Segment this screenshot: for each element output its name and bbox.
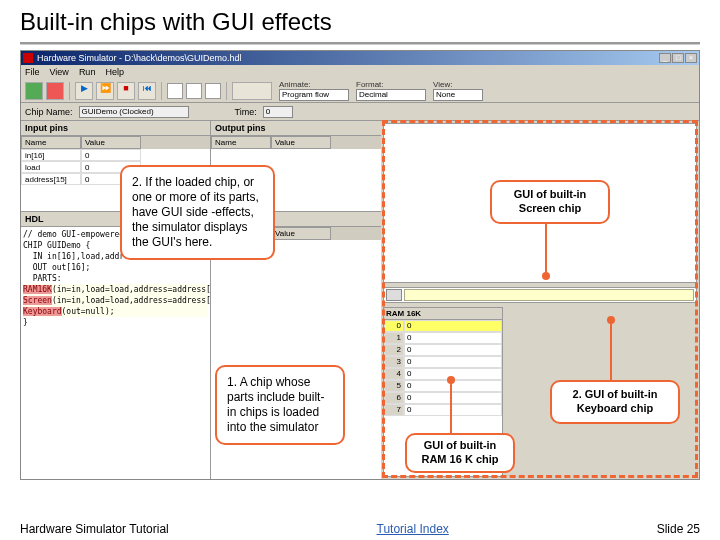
output-pins-grid-header: Name Value — [211, 136, 381, 149]
format-field: Format: Decimal — [356, 80, 426, 101]
input-pins-header: Input pins — [21, 121, 210, 136]
table-row: 30 — [384, 356, 502, 368]
table-row: 40 — [384, 368, 502, 380]
connector-line — [450, 380, 452, 435]
view-field: View: None — [433, 80, 483, 101]
chipname-row: Chip Name: GUIDemo (Clocked) Time: 0 — [21, 103, 699, 121]
callout-ram: GUI of built-in RAM 16 K chip — [405, 433, 515, 473]
footer-right: Slide 25 — [657, 522, 700, 536]
table-row: 50 — [384, 380, 502, 392]
time-input[interactable]: 0 — [263, 106, 293, 118]
menu-run[interactable]: Run — [79, 67, 96, 77]
format-select[interactable]: Decimal — [356, 89, 426, 101]
connector-line — [610, 320, 612, 380]
col-value: Value — [271, 136, 331, 149]
toolbar-button-2[interactable] — [46, 82, 64, 100]
toolbar-icon-3[interactable] — [205, 83, 221, 99]
col-name: Name — [211, 136, 271, 149]
menu-view[interactable]: View — [50, 67, 69, 77]
toolbar-button-1[interactable] — [25, 82, 43, 100]
toolbar-icon-2[interactable] — [186, 83, 202, 99]
menu-file[interactable]: File — [25, 67, 40, 77]
connector-dot — [447, 376, 455, 384]
input-pins-grid-header: Name Value — [21, 136, 210, 149]
keyboard-field[interactable] — [404, 289, 694, 301]
table-row: 10 — [384, 332, 502, 344]
chipname-input[interactable]: GUIDemo (Clocked) — [79, 106, 189, 118]
time-label: Time: — [235, 107, 257, 117]
maximize-button[interactable]: □ — [672, 53, 684, 63]
col-value: Value — [271, 227, 331, 240]
footer: Hardware Simulator Tutorial Tutorial Ind… — [20, 522, 700, 536]
col-name: Name — [21, 136, 81, 149]
menubar: File View Run Help — [21, 65, 699, 79]
toolbar-separator — [69, 82, 70, 100]
right-column: RAM 16K 0010203040506070 — [381, 121, 699, 479]
footer-link[interactable]: Tutorial Index — [377, 522, 449, 536]
minimize-button[interactable]: _ — [659, 53, 671, 63]
callout-2: 2. If the loaded chip, or one or more of… — [120, 165, 275, 260]
titlebar: Hardware Simulator - D:\hack\demos\GUIDe… — [21, 51, 699, 65]
toolbar-run-button[interactable]: ⏩ — [96, 82, 114, 100]
toolbar-rewind-button[interactable]: ⏮ — [138, 82, 156, 100]
ram-header: RAM 16K — [384, 308, 502, 320]
table-row: 20 — [384, 344, 502, 356]
toolbar-speed-slider[interactable] — [232, 82, 272, 100]
toolbar-separator — [161, 82, 162, 100]
table-row: in[16]0 — [21, 149, 210, 161]
chipname-label: Chip Name: — [25, 107, 73, 117]
callout-screen: GUI of built-in Screen chip — [490, 180, 610, 224]
connector-line — [545, 215, 547, 275]
format-label: Format: — [356, 80, 426, 89]
keyboard-icon[interactable] — [386, 289, 402, 301]
window-controls: _ □ × — [659, 53, 697, 63]
hdl-body: // demo GUI-empowered chipsCHIP GUIDemo … — [21, 227, 210, 479]
output-pins-header: Output pins — [211, 121, 381, 136]
toolbar-separator — [226, 82, 227, 100]
toolbar-stop-button[interactable]: ■ — [117, 82, 135, 100]
app-icon — [23, 53, 33, 63]
keyboard-gui — [383, 287, 697, 303]
animate-field: Animate: Program flow — [279, 80, 349, 101]
toolbar-icon-1[interactable] — [167, 83, 183, 99]
title-underline — [20, 42, 700, 44]
table-row: 70 — [384, 404, 502, 416]
close-button[interactable]: × — [685, 53, 697, 63]
animate-label: Animate: — [279, 80, 349, 89]
view-select[interactable]: None — [433, 89, 483, 101]
view-label: View: — [433, 80, 483, 89]
animate-select[interactable]: Program flow — [279, 89, 349, 101]
table-row: 00 — [384, 320, 502, 332]
toolbar-step-button[interactable]: ▶ — [75, 82, 93, 100]
callout-1: 1. A chip whose parts include built-in c… — [215, 365, 345, 445]
col-value: Value — [81, 136, 141, 149]
toolbar: ▶ ⏩ ■ ⏮ Animate: Program flow Format: De… — [21, 79, 699, 103]
table-row: 60 — [384, 392, 502, 404]
connector-dot — [542, 272, 550, 280]
connector-dot — [607, 316, 615, 324]
slide-title: Built-in chips with GUI effects — [0, 0, 720, 42]
app-container: Hardware Simulator - D:\hack\demos\GUIDe… — [20, 50, 700, 480]
window-title: Hardware Simulator - D:\hack\demos\GUIDe… — [37, 53, 242, 63]
menu-help[interactable]: Help — [105, 67, 124, 77]
callout-keyboard: 2. GUI of built-in Keyboard chip — [550, 380, 680, 424]
footer-left: Hardware Simulator Tutorial — [20, 522, 169, 536]
